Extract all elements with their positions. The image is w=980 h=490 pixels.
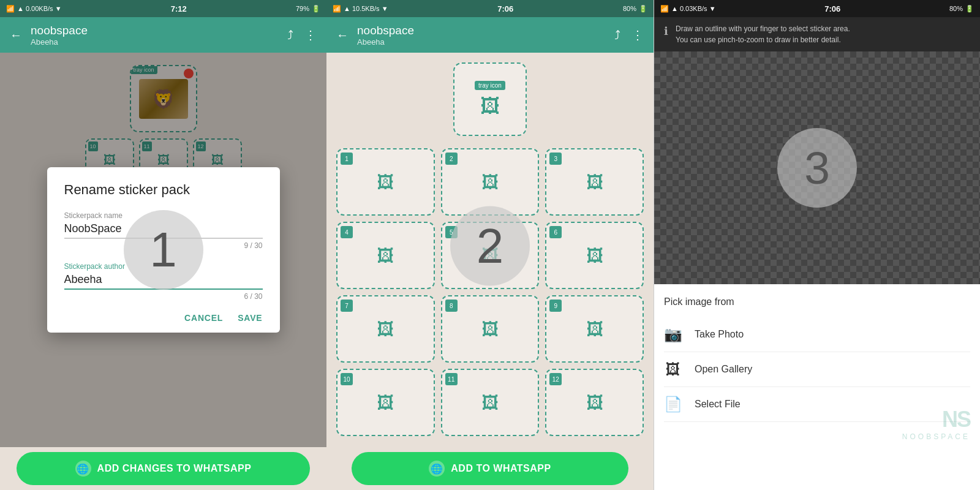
status-bar-left-3: 📶 ▲ 0.03KB/s ▼	[660, 5, 716, 13]
pick-image-section: Pick image from 📷 Take Photo 🖼 Open Gall…	[654, 284, 980, 490]
share-button-1[interactable]: ⤴	[285, 26, 296, 45]
back-button-1[interactable]: ←	[7, 26, 24, 45]
bottom-bar-2: 🌐 ADD TO WHATSAPP	[326, 447, 654, 490]
sticker-cell-10[interactable]: 10 🖼	[336, 369, 435, 436]
sticker-cell-3[interactable]: 3 🖼	[545, 148, 644, 216]
sticker-add-2: 🖼	[481, 172, 499, 192]
info-icon-3: ℹ	[664, 24, 668, 38]
sticker-add-3: 🖼	[586, 172, 603, 192]
gallery-icon: 🖼	[664, 361, 682, 378]
menu-button-2[interactable]: ⋮	[629, 25, 646, 45]
author-counter: 6 / 30	[64, 292, 263, 301]
signal-icon-3: 📶	[660, 5, 669, 13]
author-input[interactable]	[64, 273, 263, 290]
sticker-badge-2: 2	[445, 153, 458, 165]
save-button[interactable]: SAVE	[238, 313, 262, 323]
sticker-badge-7: 7	[341, 300, 353, 312]
sticker-cell-2[interactable]: 2 🖼	[441, 148, 540, 216]
add-img-icon-p2: 🖼	[480, 95, 500, 118]
camera-icon: 📷	[664, 326, 682, 343]
status-bar-right-3: 80% 🔋	[949, 5, 974, 13]
sticker-add-6: 🖼	[586, 246, 603, 266]
watermark: NS NOOBSPACE	[902, 407, 970, 441]
sticker-add-8: 🖼	[481, 319, 499, 339]
app-subtitle-2: Abeeha	[357, 37, 606, 47]
whatsapp-icon-2: 🌐	[429, 461, 445, 477]
open-gallery-label: Open Gallery	[695, 364, 752, 375]
dialog-overlay-1: Rename sticker pack Stickerpack name 9 /…	[0, 53, 326, 447]
battery-icon-3: 🔋	[965, 5, 974, 13]
sticker-badge-10: 10	[341, 373, 353, 385]
status-bar-right-1: 79% 🔋	[296, 5, 320, 13]
status-left-text-3: ▲ 0.03KB/s ▼	[671, 5, 716, 12]
status-left-text-1: ▲ 0.00KB/s ▼	[17, 5, 62, 12]
sticker-badge-8: 8	[445, 300, 458, 312]
battery-1: 79%	[296, 5, 309, 12]
whatsapp-icon-1: 🌐	[75, 461, 91, 477]
name-field-label: Stickerpack name	[64, 211, 263, 220]
app-bar-title-2: noobspace Abeeha	[357, 24, 606, 47]
sticker-cell-4[interactable]: 4 🖼	[336, 222, 435, 289]
add-changes-whatsapp-button[interactable]: 🌐 ADD CHANGES TO WHATSAPP	[17, 452, 311, 485]
sticker-grid-p2: 1 🖼 2 🖼 3 🖼 4 🖼 5 🖼 6 🖼	[336, 148, 644, 436]
author-field-label: Stickerpack author	[64, 262, 263, 271]
open-gallery-option[interactable]: 🖼 Open Gallery	[664, 352, 970, 387]
app-bar-1: ← noobspace Abeeha ⤴ ⋮	[0, 17, 326, 53]
menu-button-1[interactable]: ⋮	[302, 25, 319, 45]
rename-dialog: Rename sticker pack Stickerpack name 9 /…	[47, 167, 280, 333]
sticker-add-1: 🖼	[377, 172, 394, 192]
signal-icon-1: 📶	[6, 5, 15, 13]
sticker-badge-11: 11	[445, 373, 458, 385]
sticker-badge-12: 12	[549, 373, 562, 385]
tray-icon-p2[interactable]: tray icon 🖼	[453, 62, 527, 136]
info-text-3: Draw an outline with your finger to sele…	[676, 23, 850, 45]
dialog-actions: CANCEL SAVE	[64, 313, 263, 323]
sticker-cell-1[interactable]: 1 🖼	[336, 148, 435, 216]
sticker-cell-9[interactable]: 9 🖼	[545, 295, 644, 363]
battery-icon-2: 🔋	[639, 5, 647, 13]
sticker-cell-11[interactable]: 11 🖼	[441, 369, 540, 436]
battery-2: 80%	[623, 5, 636, 12]
image-area-3[interactable]: 3	[654, 51, 980, 284]
add-to-whatsapp-label: ADD TO WHATSAPP	[451, 463, 551, 474]
app-title-2: noobspace	[357, 24, 606, 37]
take-photo-option[interactable]: 📷 Take Photo	[664, 317, 970, 352]
sticker-add-9: 🖼	[586, 319, 603, 339]
status-bar-3: 📶 ▲ 0.03KB/s ▼ 7:06 80% 🔋	[654, 0, 980, 17]
status-bar-1: 📶 ▲ 0.00KB/s ▼ 7:12 79% 🔋	[0, 0, 326, 17]
file-icon: 📄	[664, 396, 682, 413]
panel2-content: tray icon 🖼 1 🖼 2 🖼 3 🖼 4 🖼 5	[326, 53, 654, 447]
name-input[interactable]	[64, 222, 263, 239]
sticker-add-5: 🖼	[481, 246, 499, 266]
share-button-2[interactable]: ⤴	[612, 26, 623, 45]
status-bar-2: 📶 ▲ 10.5KB/s ▼ 7:06 80% 🔋	[326, 0, 654, 17]
status-left-text-2: ▲ 10.5KB/s ▼	[344, 5, 388, 12]
status-time-2: 7:06	[497, 4, 513, 13]
phone-panel-3: 📶 ▲ 0.03KB/s ▼ 7:06 80% 🔋 ℹ Draw an outl…	[654, 0, 980, 490]
phone-panel-2: 📶 ▲ 10.5KB/s ▼ 7:06 80% 🔋 ← noobspace Ab…	[326, 0, 654, 490]
status-time-1: 7:12	[171, 4, 187, 13]
watermark-ns: NS	[902, 407, 970, 432]
sticker-cell-8[interactable]: 8 🖼	[441, 295, 540, 363]
sticker-cell-7[interactable]: 7 🖼	[336, 295, 435, 363]
app-subtitle-1: Abeeha	[31, 37, 279, 47]
sticker-badge-9: 9	[549, 300, 562, 312]
dialog-title: Rename sticker pack	[64, 182, 263, 198]
app-title-1: noobspace	[31, 24, 279, 37]
sticker-badge-4: 4	[341, 226, 353, 238]
sticker-cell-5[interactable]: 5 🖼	[441, 222, 540, 289]
select-file-label: Select File	[695, 399, 741, 410]
status-bar-left-1: 📶 ▲ 0.00KB/s ▼	[6, 5, 62, 13]
sticker-badge-5: 5	[445, 226, 458, 238]
sticker-cell-12[interactable]: 12 🖼	[545, 369, 644, 436]
battery-icon-1: 🔋	[312, 5, 320, 13]
sticker-add-4: 🖼	[377, 246, 394, 266]
status-time-3: 7:06	[824, 4, 840, 13]
sticker-add-12: 🖼	[586, 393, 603, 413]
sticker-add-11: 🖼	[481, 393, 499, 413]
back-button-2[interactable]: ←	[334, 26, 351, 45]
add-changes-btn-label: ADD CHANGES TO WHATSAPP	[97, 463, 252, 474]
cancel-button[interactable]: CANCEL	[184, 313, 223, 323]
sticker-cell-6[interactable]: 6 🖼	[545, 222, 644, 289]
add-to-whatsapp-button[interactable]: 🌐 ADD TO WHATSAPP	[352, 452, 628, 485]
